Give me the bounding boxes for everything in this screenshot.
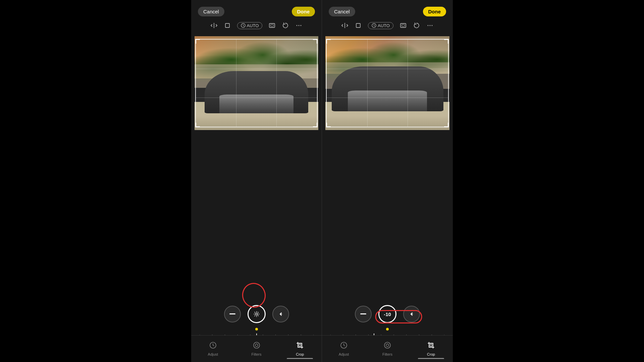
right-done-button[interactable]: Done	[423, 7, 446, 16]
right-aspect-ratio-icon[interactable]	[399, 22, 407, 29]
left-toolbar: AUTO	[191, 18, 322, 33]
left-done-button[interactable]: Done	[292, 7, 315, 16]
right-crop-icon-active	[427, 342, 435, 351]
right-scrubber-indicator	[386, 328, 389, 330]
right-back-button[interactable]	[403, 306, 420, 322]
right-adjust-label: Adjust	[339, 352, 349, 356]
svg-rect-2	[269, 23, 275, 27]
left-adjust-label: Adjust	[208, 352, 218, 356]
right-minus-button[interactable]	[355, 306, 372, 322]
svg-point-111	[431, 25, 432, 26]
right-image-area	[325, 36, 449, 130]
right-auto-button[interactable]: AUTO	[368, 22, 393, 29]
right-top-bar: Cancel Done	[322, 0, 453, 20]
right-tab-filters[interactable]: Filters	[366, 339, 409, 359]
flip-h-icon[interactable]	[210, 22, 218, 29]
right-filters-label: Filters	[382, 352, 392, 356]
svg-point-104	[255, 344, 258, 347]
svg-point-209	[386, 344, 389, 347]
right-adjust-icon	[340, 342, 347, 351]
left-top-bar: Cancel Done	[191, 0, 322, 20]
left-panel: Cancel Done AUTO	[191, 0, 322, 362]
right-corner-br	[444, 123, 449, 127]
svg-rect-0	[225, 23, 229, 27]
svg-rect-107	[400, 23, 406, 27]
right-panel: Cancel Done AUTO	[322, 0, 453, 362]
svg-rect-105	[356, 23, 360, 27]
right-control-buttons: -10	[355, 305, 420, 323]
svg-point-103	[254, 342, 260, 348]
right-toolbar: AUTO	[322, 18, 453, 33]
svg-point-4	[297, 25, 298, 26]
left-control-buttons	[224, 305, 289, 323]
crop-tool-icon[interactable]	[224, 22, 231, 29]
right-corner-tr	[444, 39, 449, 44]
svg-rect-7	[229, 313, 235, 314]
left-crop-tab-indicator	[287, 358, 313, 359]
left-minus-button[interactable]	[224, 306, 241, 322]
crop-icon-active	[296, 342, 304, 351]
more-options-icon[interactable]	[295, 22, 303, 29]
svg-rect-113	[411, 314, 413, 314]
left-rotate-reset-button[interactable]	[248, 305, 266, 323]
left-tab-bar: Adjust Filters Crop	[191, 335, 322, 362]
left-back-button[interactable]	[272, 306, 289, 322]
right-more-options-icon[interactable]	[426, 22, 434, 29]
adjust-icon	[209, 342, 217, 351]
left-tab-adjust[interactable]: Adjust	[191, 339, 235, 359]
svg-point-8	[256, 313, 258, 315]
svg-rect-108	[402, 24, 405, 26]
left-crop-label: Crop	[296, 352, 304, 356]
left-cancel-button[interactable]: Cancel	[198, 7, 224, 16]
right-tab-bar: Adjust Filters Crop	[322, 335, 453, 362]
left-tab-crop[interactable]: Crop	[278, 339, 322, 359]
left-scrubber-indicator	[255, 328, 258, 330]
right-flip-h-icon[interactable]	[341, 22, 348, 29]
svg-point-208	[384, 342, 390, 348]
right-value-button[interactable]: -10	[378, 305, 396, 323]
left-auto-button[interactable]: AUTO	[237, 22, 263, 29]
right-tab-adjust[interactable]: Adjust	[322, 339, 366, 359]
right-corner-bl	[326, 123, 331, 127]
rotate-icon[interactable]	[282, 22, 289, 29]
right-corner-tl	[326, 39, 331, 44]
svg-point-6	[301, 25, 302, 26]
svg-point-5	[299, 25, 300, 26]
right-filters-icon	[384, 342, 391, 351]
right-cancel-button[interactable]: Cancel	[329, 7, 355, 16]
svg-point-109	[427, 25, 428, 26]
left-image-area	[195, 36, 318, 130]
filters-icon	[253, 342, 260, 351]
svg-rect-112	[360, 313, 366, 314]
aspect-ratio-icon[interactable]	[268, 22, 276, 29]
svg-point-110	[429, 25, 430, 26]
right-tab-crop[interactable]: Crop	[409, 339, 453, 359]
svg-rect-9	[280, 314, 282, 314]
right-crop-tab-indicator	[418, 358, 444, 359]
left-tab-filters[interactable]: Filters	[235, 339, 278, 359]
svg-rect-3	[271, 24, 273, 26]
left-filters-label: Filters	[252, 352, 262, 356]
right-rotate-icon[interactable]	[413, 22, 420, 29]
right-crop-tool-icon[interactable]	[355, 22, 362, 29]
panels-container: Cancel Done AUTO	[191, 0, 453, 362]
right-car-image	[325, 36, 449, 130]
right-crop-label: Crop	[427, 352, 435, 356]
left-car-image	[195, 36, 318, 130]
